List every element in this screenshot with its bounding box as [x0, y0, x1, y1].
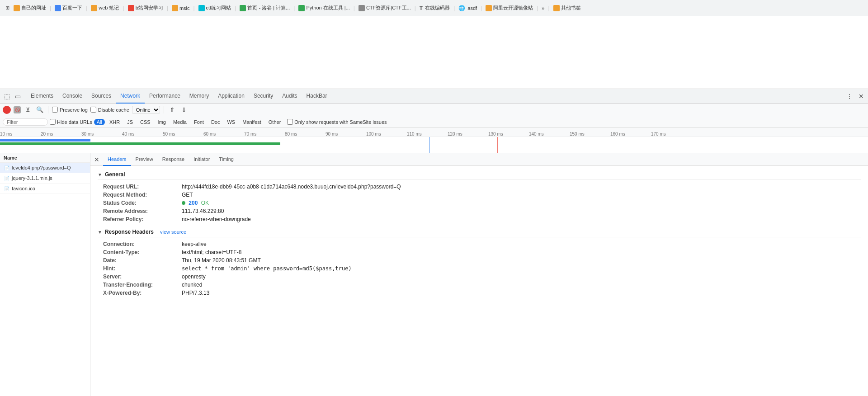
record-button[interactable] — [3, 106, 11, 114]
apps-icon[interactable]: ⊞ — [4, 5, 11, 12]
bookmark-msic[interactable]: msic — [172, 5, 190, 11]
filter-doc-button[interactable]: Doc — [208, 119, 223, 125]
filter-font-button[interactable]: Font — [191, 119, 207, 125]
bookmark-bilibili[interactable]: b站网安学习 — [128, 5, 163, 11]
sub-tab-response[interactable]: Response — [158, 153, 189, 166]
tab-performance[interactable]: Performance — [145, 89, 185, 104]
bookmark-other[interactable]: 其他书签 — [553, 5, 581, 11]
request-method-key: Request Method: — [103, 192, 180, 198]
x-powered-by-row: X-Powered-By: PHP/7.3.13 — [98, 289, 861, 297]
date-row: Date: Thu, 19 Mar 2020 08:43:51 GMT — [98, 256, 861, 264]
import-icon[interactable]: ⇑ — [168, 105, 177, 114]
preserve-log-checkbox[interactable] — [52, 107, 58, 113]
sub-panel-close-icon[interactable]: ✕ — [92, 155, 101, 164]
same-site-checkbox[interactable] — [287, 119, 293, 125]
disable-cache-checkbox[interactable] — [90, 107, 96, 113]
preserve-log-checkbox-label[interactable]: Preserve log — [52, 107, 88, 113]
referrer-policy-val: no-referrer-when-downgrade — [182, 216, 251, 222]
request-method-val: GET — [182, 192, 193, 198]
sub-tab-timing[interactable]: Timing — [214, 153, 238, 166]
tab-console[interactable]: Console — [58, 89, 87, 104]
ruler-tick-15: 160 ms — [610, 132, 625, 137]
content-type-key: Content-Type: — [103, 249, 180, 255]
ruler-tick-16: 170 ms — [651, 132, 666, 137]
bookmark-asdf[interactable]: 🌐 asdf — [458, 5, 477, 11]
list-item-leveldo4[interactable]: 📄 leveldo4.php?password=Q — [0, 163, 90, 173]
filter-icon[interactable]: ⊻ — [24, 105, 33, 114]
bookmark-luogu[interactable]: 首页 - 洛谷 | 计算... — [240, 5, 290, 11]
export-icon[interactable]: ⇓ — [179, 105, 189, 114]
bookmark-more[interactable]: » — [542, 5, 544, 11]
sub-tab-headers[interactable]: Headers — [103, 153, 131, 166]
same-site-checkbox-label[interactable]: Only show requests with SameSite issues — [287, 119, 387, 125]
device-icon[interactable]: ▭ — [13, 91, 23, 101]
devtools-close-icon[interactable]: ✕ — [856, 91, 866, 101]
name-panel: Name 📄 leveldo4.php?password=Q 📄 jquery-… — [0, 153, 90, 396]
ruler-tick-14: 150 ms — [570, 132, 585, 137]
clear-button[interactable]: 🚫 — [14, 106, 21, 113]
filter-img-button[interactable]: Img — [155, 119, 169, 125]
filter-input[interactable] — [3, 118, 48, 126]
hint-val: select * from 'admin' where password=md5… — [182, 265, 352, 272]
file-icon-favicon: 📄 — [4, 185, 10, 192]
request-method-row: Request Method: GET — [98, 191, 861, 199]
ruler-tick-11: 120 ms — [448, 132, 462, 137]
filter-other-button[interactable]: Other — [266, 119, 284, 125]
timeline-load-line — [497, 137, 498, 153]
bookmark-ctfdb[interactable]: CTF资源库|CTF工... — [359, 5, 411, 11]
general-section-header[interactable]: ▼ General — [98, 170, 861, 180]
tab-audits[interactable]: Audits — [278, 89, 302, 104]
ruler-tick-3: 40 ms — [122, 132, 134, 137]
search-icon[interactable]: 🔍 — [35, 105, 44, 114]
devtools-more-icon[interactable]: ⋮ — [844, 91, 854, 101]
bookmark-ctf[interactable]: ctf练习网站 — [198, 5, 231, 11]
list-item-favicon[interactable]: 📄 favicon.ico — [0, 184, 90, 194]
referrer-policy-row: Referrer Policy: no-referrer-when-downgr… — [98, 215, 861, 223]
ruler-tick-2: 30 ms — [81, 132, 94, 137]
tab-security[interactable]: Security — [249, 89, 278, 104]
bookmark-encoder[interactable]: T 在线编码器 — [420, 5, 450, 11]
bookmark-zijidemwangzhi[interactable]: Preserve log 自己的网址 — [14, 5, 46, 11]
hide-data-urls-checkbox[interactable] — [50, 119, 56, 125]
view-source-link[interactable]: view source — [160, 229, 186, 235]
status-green-dot — [182, 201, 185, 205]
ruler-tick-12: 130 ms — [488, 132, 503, 137]
hide-data-urls-label[interactable]: Hide data URLs — [50, 119, 92, 125]
bookmark-python[interactable]: Python 在线工具 |... — [298, 5, 349, 11]
sub-tab-preview[interactable]: Preview — [131, 153, 158, 166]
hint-key: Hint: — [103, 265, 180, 272]
x-powered-by-key: X-Powered-By: — [103, 290, 180, 296]
bookmark-aliyun[interactable]: 阿里云开源镜像站 — [486, 5, 533, 11]
transfer-encoding-key: Transfer-Encoding: — [103, 282, 180, 288]
sub-tab-initiator[interactable]: Initiator — [189, 153, 214, 166]
filter-css-button[interactable]: CSS — [137, 119, 153, 125]
ruler-tick-1: 20 ms — [41, 132, 53, 137]
status-code-key: Status Code: — [103, 200, 180, 206]
filter-all-button[interactable]: All — [94, 119, 105, 125]
tab-hackbar[interactable]: HackBar — [302, 89, 332, 104]
bookmark-baidu[interactable]: 百度一下 — [55, 5, 82, 11]
disable-cache-checkbox-label[interactable]: Disable cache — [90, 107, 129, 113]
filter-media-button[interactable]: Media — [170, 119, 189, 125]
remote-address-val: 111.73.46.229:80 — [182, 208, 224, 214]
tab-sources[interactable]: Sources — [87, 89, 116, 104]
filter-js-button[interactable]: JS — [124, 119, 136, 125]
remote-address-key: Remote Address: — [103, 208, 180, 214]
server-key: Server: — [103, 273, 180, 280]
throttle-select[interactable]: Online — [132, 106, 160, 114]
tab-network[interactable]: Network — [116, 89, 145, 104]
ruler-tick-7: 80 ms — [285, 132, 297, 137]
filter-xhr-button[interactable]: XHR — [107, 119, 123, 125]
filter-ws-button[interactable]: WS — [224, 119, 238, 125]
list-item-jquery[interactable]: 📄 jquery-3.1.1.min.js — [0, 173, 90, 184]
timeline-bar-area — [0, 137, 868, 153]
tab-memory[interactable]: Memory — [185, 89, 213, 104]
tab-application[interactable]: Application — [213, 89, 249, 104]
tab-elements[interactable]: Elements — [26, 89, 58, 104]
transfer-encoding-row: Transfer-Encoding: chunked — [98, 281, 861, 289]
response-headers-section[interactable]: ▼ Response Headers view source — [98, 227, 861, 237]
inspect-icon[interactable]: ⬚ — [2, 91, 12, 101]
ruler-tick-13: 140 ms — [529, 132, 544, 137]
bookmark-web-notes[interactable]: web 笔记 — [91, 5, 119, 11]
filter-manifest-button[interactable]: Manifest — [240, 119, 264, 125]
